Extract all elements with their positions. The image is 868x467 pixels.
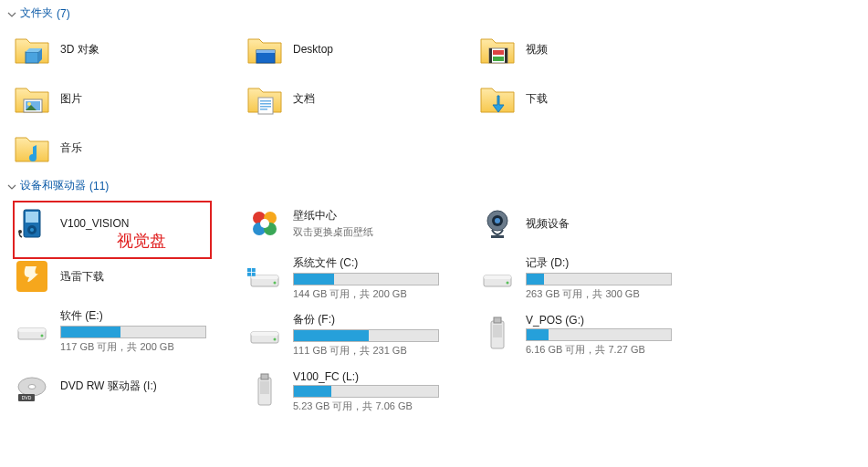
capacity-text: 6.16 GB 可用，共 7.27 GB (526, 343, 700, 357)
wallpaper-icon (246, 204, 284, 243)
drive-icon (13, 312, 51, 350)
capacity-bar (293, 385, 439, 398)
device-label: 视频设备 (526, 216, 700, 232)
folder-item[interactable]: 3D 对象 (7, 25, 240, 74)
drive-item[interactable]: 软件 (E:)117 GB 可用，共 200 GB (7, 303, 240, 359)
folder-label: 图片 (60, 91, 235, 107)
usb-icon (246, 372, 284, 410)
capacity-bar (293, 329, 439, 342)
section-devices-label: 设备和驱动器 (20, 178, 86, 193)
device-label: 记录 (D:) (526, 255, 700, 271)
section-devices-count: (11) (89, 180, 109, 192)
folder-item[interactable]: 图片 (7, 74, 240, 123)
folder-item[interactable]: 视频 (473, 25, 706, 74)
device-item[interactable]: 壁纸中心双击更换桌面壁纸 (240, 197, 473, 250)
devices-grid: V100_VISION迅雷下载软件 (E:)117 GB 可用，共 200 GB… (7, 197, 861, 420)
folder-label: 音乐 (60, 140, 235, 156)
folder-item[interactable]: 下载 (473, 74, 706, 123)
folder-item[interactable]: 音乐 (7, 123, 240, 172)
chevron-down-icon (7, 182, 16, 191)
device-item[interactable]: 迅雷下载 (7, 250, 240, 303)
dvd-icon (13, 367, 51, 405)
capacity-text: 117 GB 可用，共 200 GB (60, 340, 235, 354)
desktop-icon (246, 30, 284, 68)
drive-item[interactable]: 记录 (D:)263 GB 可用，共 300 GB (473, 250, 706, 306)
drive-icon (478, 259, 517, 297)
section-folders-count: (7) (57, 7, 70, 20)
documents-icon (246, 79, 284, 118)
chevron-down-icon (7, 9, 16, 18)
capacity-bar (293, 273, 439, 285)
section-folders-label: 文件夹 (20, 5, 53, 21)
folder-label: 文档 (293, 91, 467, 107)
capacity-text: 263 GB 可用，共 300 GB (526, 287, 700, 301)
device-sub: 双击更换桌面壁纸 (293, 225, 467, 239)
device-label: DVD RW 驱动器 (I:) (60, 379, 235, 394)
section-header-devices[interactable]: 设备和驱动器 (11) (7, 178, 861, 193)
device-label: 壁纸中心 (293, 208, 467, 223)
folder-label: 3D 对象 (60, 42, 235, 57)
3d-icon (13, 30, 51, 68)
capacity-text: 111 GB 可用，共 231 GB (293, 344, 467, 358)
mp3-icon (13, 204, 51, 243)
folder-item[interactable]: Desktop (240, 25, 473, 74)
capacity-text: 5.23 GB 可用，共 7.06 GB (293, 400, 467, 413)
videos-icon (478, 30, 517, 68)
device-item[interactable]: 视频设备 (473, 197, 706, 250)
drive-item[interactable]: V100_FC (L:)5.23 GB 可用，共 7.06 GB (240, 363, 473, 420)
music-icon (13, 129, 51, 167)
drive-win-icon (246, 259, 284, 297)
capacity-bar (60, 326, 206, 338)
folder-label: 视频 (526, 42, 700, 57)
section-header-folders[interactable]: 文件夹 (7) (7, 5, 861, 21)
pictures-icon (13, 79, 51, 118)
device-item[interactable]: V100_VISION (7, 197, 240, 250)
webcam-icon (478, 204, 517, 243)
device-label: V100_FC (L:) (293, 370, 467, 383)
capacity-bar (526, 273, 672, 285)
usb-icon (478, 316, 517, 354)
drive-icon (246, 316, 284, 354)
downloads-icon (478, 79, 517, 118)
folder-label: 下载 (526, 91, 700, 107)
device-label: 系统文件 (C:) (293, 255, 467, 271)
folder-item[interactable]: 文档 (240, 74, 473, 123)
folders-grid: 3D 对象 图片 音乐 Desktop 文档 视频 下载 (7, 25, 861, 172)
thunder-icon (13, 257, 51, 296)
drive-item[interactable]: 系统文件 (C:)144 GB 可用，共 200 GB (240, 250, 473, 306)
drive-item[interactable]: V_POS (G:)6.16 GB 可用，共 7.27 GB (473, 306, 706, 363)
device-label: V100_VISION (60, 217, 235, 230)
device-label: 迅雷下载 (60, 269, 235, 285)
device-label: 备份 (F:) (293, 312, 467, 327)
drive-item[interactable]: 备份 (F:)111 GB 可用，共 231 GB (240, 306, 473, 363)
device-item[interactable]: DVD RW 驱动器 (I:) (7, 359, 240, 412)
device-label: V_POS (G:) (526, 314, 700, 327)
capacity-bar (526, 328, 672, 341)
device-label: 软件 (E:) (60, 308, 235, 324)
folder-label: Desktop (293, 43, 467, 56)
capacity-text: 144 GB 可用，共 200 GB (293, 287, 467, 301)
